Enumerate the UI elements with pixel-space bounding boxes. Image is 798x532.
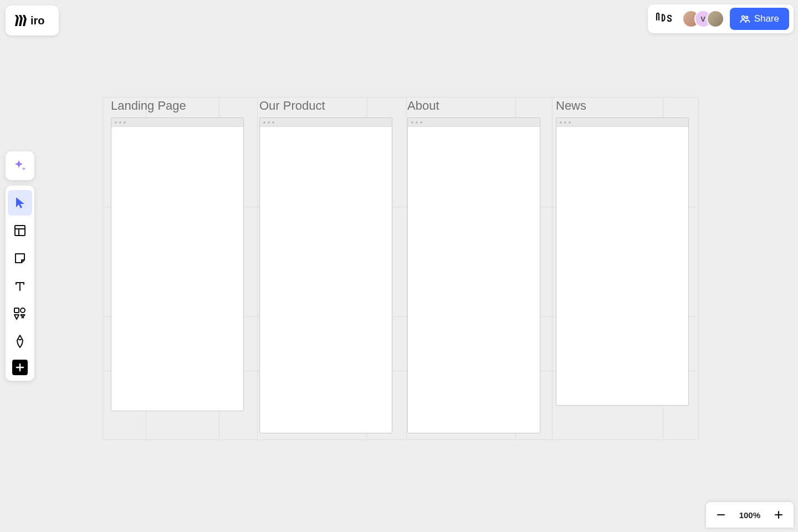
- svg-rect-3: [15, 226, 25, 236]
- window-dot-icon: [564, 121, 566, 124]
- plus-icon: [774, 510, 784, 520]
- tool-more[interactable]: [12, 360, 28, 375]
- grid-line: [103, 97, 103, 441]
- avatar[interactable]: [707, 10, 724, 28]
- wireframe-frame[interactable]: About: [407, 99, 540, 433]
- svg-point-5: [21, 308, 25, 313]
- window-dot-icon: [272, 121, 274, 124]
- collaborator-avatars[interactable]: V: [682, 10, 724, 28]
- sticky-note-icon: [13, 252, 27, 265]
- window-dot-icon: [124, 121, 126, 124]
- tool-shapes[interactable]: [8, 301, 32, 326]
- window-dot-icon: [411, 121, 413, 124]
- svg-text:iro: iro: [30, 14, 45, 27]
- share-label: Share: [754, 13, 779, 24]
- tool-sticky-note[interactable]: [8, 245, 32, 271]
- ai-sparkle-icon: [13, 158, 27, 173]
- frame-label[interactable]: Landing Page: [111, 99, 244, 113]
- grid-line: [406, 97, 407, 441]
- window-dot-icon: [263, 121, 265, 124]
- frame-box[interactable]: [259, 117, 392, 433]
- grid-line: [698, 97, 699, 441]
- window-dot-icon: [420, 121, 422, 124]
- frame-box[interactable]: [407, 117, 540, 433]
- plus-icon: [16, 363, 24, 372]
- frame-browser-chrome: [111, 118, 243, 127]
- frame-browser-chrome: [556, 118, 688, 127]
- tool-templates[interactable]: [8, 218, 32, 243]
- svg-point-1: [741, 16, 744, 19]
- zoom-out-button[interactable]: [713, 507, 729, 523]
- wireframe-frame[interactable]: Our Product: [259, 99, 392, 433]
- frame-label[interactable]: Our Product: [259, 99, 392, 113]
- tool-ai[interactable]: [6, 151, 34, 180]
- share-people-icon: [740, 14, 750, 23]
- svg-rect-4: [14, 308, 19, 313]
- app-logo[interactable]: iro: [6, 6, 59, 35]
- frame-browser-chrome: [408, 118, 540, 127]
- svg-point-2: [745, 17, 748, 19]
- reactions-icon: [653, 11, 676, 27]
- window-dot-icon: [119, 121, 121, 124]
- window-dot-icon: [268, 121, 270, 124]
- frame-label[interactable]: About: [407, 99, 540, 113]
- wireframe-frame[interactable]: News: [556, 99, 689, 406]
- window-dot-icon: [569, 121, 571, 124]
- template-icon: [13, 224, 27, 237]
- frame-browser-chrome: [260, 118, 392, 127]
- miro-logo-icon: iro: [14, 14, 50, 27]
- zoom-level[interactable]: 100%: [739, 510, 760, 520]
- tool-pen[interactable]: [8, 329, 32, 354]
- grid-line: [257, 97, 258, 441]
- frame-label[interactable]: News: [556, 99, 689, 113]
- cursor-icon: [14, 196, 26, 209]
- window-dot-icon: [416, 121, 418, 124]
- pen-icon: [13, 334, 27, 349]
- shapes-icon: [13, 306, 27, 321]
- share-button[interactable]: Share: [730, 8, 789, 30]
- avatar-initial: V: [700, 15, 705, 23]
- window-dot-icon: [115, 121, 117, 124]
- left-toolbar: [6, 186, 34, 381]
- frame-box[interactable]: [111, 117, 244, 411]
- window-dot-icon: [560, 121, 562, 124]
- grid-line: [103, 97, 698, 98]
- reactions-button[interactable]: [652, 8, 677, 30]
- grid-line: [103, 439, 698, 440]
- tool-select[interactable]: [8, 190, 32, 216]
- grid-line: [552, 97, 553, 441]
- tool-text[interactable]: [8, 273, 32, 299]
- minus-icon: [716, 510, 726, 520]
- zoom-in-button[interactable]: [770, 507, 787, 523]
- zoom-controls: 100%: [706, 502, 794, 528]
- top-right-controls: V Share: [648, 4, 794, 33]
- frame-box[interactable]: [556, 117, 689, 406]
- wireframe-frame[interactable]: Landing Page: [111, 99, 244, 411]
- text-icon: [13, 279, 27, 293]
